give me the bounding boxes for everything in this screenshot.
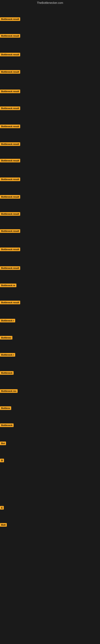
bottleneck-item-7[interactable]: Bottleneck result — [0, 124, 20, 128]
bottleneck-item-15[interactable]: Bottleneck result — [0, 266, 20, 270]
bottleneck-item-10[interactable]: Bottleneck result — [0, 177, 20, 181]
bottleneck-item-12[interactable]: Bottleneck result — [0, 212, 20, 216]
bottleneck-badge-24: Bottleneck — [0, 424, 14, 427]
bottleneck-item-3[interactable]: Bottleneck result — [0, 52, 20, 56]
bottleneck-badge-29: Bott — [0, 523, 7, 527]
bottleneck-item-19[interactable]: Bottlenec — [0, 336, 12, 340]
bottleneck-item-28[interactable]: E — [0, 506, 4, 510]
bottleneck-item-6[interactable]: Bottleneck result — [0, 106, 20, 110]
bottleneck-item-21[interactable]: Bottleneck — [0, 371, 14, 375]
bottleneck-item-20[interactable]: Bottleneck r — [0, 353, 15, 356]
bottleneck-badge-2: Bottleneck result — [0, 34, 20, 38]
bottleneck-badge-16: Bottleneck re — [0, 284, 16, 287]
bottleneck-badge-3: Bottleneck result — [0, 53, 20, 56]
bottleneck-item-9[interactable]: Bottleneck result — [0, 158, 20, 162]
bottleneck-badge-15: Bottleneck result — [0, 266, 20, 270]
bottleneck-badge-4: Bottleneck result — [0, 70, 20, 74]
bottleneck-item-29[interactable]: Bott — [0, 523, 7, 527]
bottleneck-badge-25: Bot — [0, 442, 6, 445]
bottleneck-item-8[interactable]: Bottleneck result — [0, 142, 20, 146]
bottleneck-badge-17: Bottleneck result — [0, 301, 20, 304]
bottleneck-item-18[interactable]: Bottleneck r — [0, 318, 15, 322]
bottleneck-item-13[interactable]: Bottleneck result — [0, 229, 20, 233]
bottleneck-badge-22: Bottleneck res — [0, 389, 18, 393]
bottleneck-item-11[interactable]: Bottleneck result — [0, 195, 20, 199]
bottleneck-badge-20: Bottleneck r — [0, 353, 15, 356]
bottleneck-item-16[interactable]: Bottleneck re — [0, 283, 16, 287]
bottleneck-badge-18: Bottleneck r — [0, 319, 15, 322]
bottleneck-badge-26: B — [0, 459, 4, 462]
bottleneck-item-23[interactable]: Bottlens — [0, 406, 11, 410]
bottleneck-badge-1: Bottleneck result — [0, 17, 20, 21]
bottleneck-badge-6: Bottleneck result — [0, 106, 20, 110]
bottleneck-item-14[interactable]: Bottleneck result — [0, 247, 20, 251]
bottleneck-badge-21: Bottleneck — [0, 371, 14, 375]
bottleneck-badge-14: Bottleneck result — [0, 248, 20, 251]
bottleneck-badge-10: Bottleneck result — [0, 178, 20, 181]
bottleneck-badge-11: Bottleneck result — [0, 195, 20, 199]
bottleneck-item-1[interactable]: Bottleneck result — [0, 17, 20, 21]
bottleneck-item-22[interactable]: Bottleneck res — [0, 389, 18, 393]
bottleneck-badge-12: Bottleneck result — [0, 212, 20, 216]
bottleneck-badge-9: Bottleneck result — [0, 159, 20, 162]
bottleneck-item-4[interactable]: Bottleneck result — [0, 70, 20, 74]
bottleneck-badge-19: Bottlenec — [0, 336, 12, 340]
bottleneck-item-24[interactable]: Bottleneck — [0, 423, 14, 427]
bottleneck-badge-13: Bottleneck result — [0, 229, 20, 233]
bottleneck-item-26[interactable]: B — [0, 458, 4, 462]
bottleneck-item-2[interactable]: Bottleneck result — [0, 34, 20, 38]
bottleneck-item-5[interactable]: Bottleneck result — [0, 89, 20, 93]
bottleneck-badge-28: E — [0, 506, 4, 510]
site-title: TheBottlenecker.com — [0, 0, 100, 6]
bottleneck-item-17[interactable]: Bottleneck result — [0, 300, 20, 304]
bottleneck-badge-8: Bottleneck result — [0, 142, 20, 146]
bottleneck-item-25[interactable]: Bot — [0, 441, 6, 445]
bottleneck-badge-23: Bottlens — [0, 406, 11, 410]
bottleneck-badge-7: Bottleneck result — [0, 124, 20, 128]
bottleneck-badge-5: Bottleneck result — [0, 90, 20, 93]
